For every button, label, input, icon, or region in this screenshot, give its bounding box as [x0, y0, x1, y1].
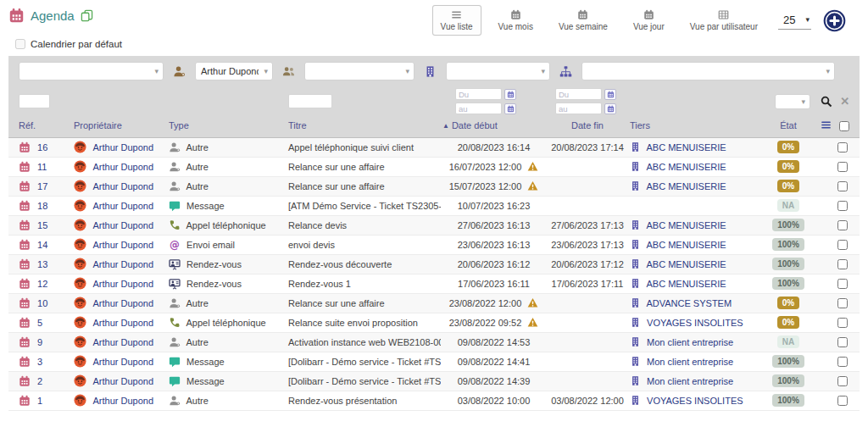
view-button-vue-mois[interactable]: Vue mois: [490, 5, 542, 36]
select-all-checkbox[interactable]: [839, 121, 849, 131]
row-checkbox[interactable]: [837, 259, 848, 269]
owner-link[interactable]: Arthur Dupond: [92, 357, 153, 367]
view-button-vue-liste[interactable]: Vue liste: [432, 5, 481, 36]
row-checkbox[interactable]: [837, 240, 848, 250]
thirdparty-link[interactable]: VOYAGES INSOLITES: [647, 396, 743, 406]
date-start-from-input[interactable]: [455, 88, 502, 100]
event-ref-link[interactable]: 9: [37, 337, 42, 347]
thirdparty-link[interactable]: ABC MENUISERIE: [646, 240, 726, 250]
col-header-ref[interactable]: Réf.: [19, 120, 36, 130]
event-ref-link[interactable]: 11: [37, 162, 47, 172]
row-checkbox[interactable]: [837, 220, 848, 230]
event-ref-link[interactable]: 13: [37, 259, 47, 269]
table-row[interactable]: 11 Arthur Dupond Autre Relance sur une a…: [8, 157, 860, 176]
row-checkbox[interactable]: [837, 279, 848, 289]
view-button-vue-par-utilisateur[interactable]: Vue par utilisateur: [682, 5, 766, 36]
event-ref-link[interactable]: 5: [37, 318, 42, 328]
table-row[interactable]: 9 Arthur Dupond Autre Activation instanc…: [8, 332, 860, 352]
row-checkbox[interactable]: [837, 181, 848, 191]
col-header-status[interactable]: État: [780, 120, 797, 130]
table-row[interactable]: 16 Arthur Dupond Autre Appel téléphoniqu…: [8, 137, 860, 157]
owner-link[interactable]: Arthur Dupond: [92, 220, 153, 230]
thirdparty-link[interactable]: Mon client entreprise: [647, 376, 733, 386]
clear-search-button[interactable]: ✕: [840, 96, 849, 107]
event-ref-link[interactable]: 3: [37, 357, 42, 367]
owner-link[interactable]: Arthur Dupond: [92, 318, 153, 328]
row-checkbox[interactable]: [837, 376, 848, 386]
owner-link[interactable]: Arthur Dupond: [92, 279, 153, 289]
filter-type-select[interactable]: [19, 63, 163, 80]
owner-link[interactable]: Arthur Dupond: [92, 298, 153, 308]
owner-link[interactable]: Arthur Dupond: [92, 162, 153, 172]
view-button-vue-semaine[interactable]: Vue semaine: [550, 5, 616, 36]
row-checkbox[interactable]: [837, 298, 848, 308]
search-title-input[interactable]: [288, 94, 332, 108]
date-end-from-picker-button[interactable]: [604, 89, 616, 100]
event-ref-link[interactable]: 12: [37, 279, 47, 289]
col-header-title[interactable]: Titre: [288, 120, 307, 130]
table-row[interactable]: 17 Arthur Dupond Autre Relance sur une a…: [8, 176, 860, 196]
col-header-date-start[interactable]: Date début: [452, 120, 498, 130]
col-header-thirdparty[interactable]: Tiers: [630, 120, 650, 130]
event-ref-link[interactable]: 17: [37, 181, 47, 191]
row-checkbox[interactable]: [837, 337, 848, 347]
row-checkbox[interactable]: [837, 162, 848, 172]
date-end-to-input[interactable]: [555, 103, 602, 114]
col-header-type[interactable]: Type: [169, 120, 189, 130]
clone-icon[interactable]: [81, 9, 93, 22]
owner-link[interactable]: Arthur Dupond: [92, 337, 153, 347]
filter-project-select[interactable]: [582, 63, 834, 80]
event-ref-link[interactable]: 16: [37, 142, 47, 152]
owner-link[interactable]: Arthur Dupond: [92, 396, 153, 406]
page-size-select[interactable]: 25: [780, 12, 810, 29]
event-ref-link[interactable]: 18: [37, 201, 47, 211]
filter-usergroup-select[interactable]: [305, 63, 414, 80]
thirdparty-link[interactable]: ABC MENUISERIE: [646, 220, 726, 230]
view-button-vue-jour[interactable]: Vue jour: [625, 5, 673, 36]
col-header-date-end[interactable]: Date fin: [571, 120, 604, 130]
table-row[interactable]: 15 Arthur Dupond Appel téléphonique Rela…: [8, 215, 860, 235]
event-ref-link[interactable]: 2: [37, 376, 42, 386]
event-ref-link[interactable]: 1: [37, 396, 42, 406]
thirdparty-link[interactable]: Mon client entreprise: [647, 337, 733, 347]
event-ref-link[interactable]: 10: [37, 298, 47, 308]
row-checkbox[interactable]: [837, 142, 848, 152]
table-row[interactable]: 3 Arthur Dupond Message [Dolibarr - Démo…: [8, 352, 860, 371]
thirdparty-link[interactable]: ABC MENUISERIE: [646, 181, 726, 191]
thirdparty-link[interactable]: ABC MENUISERIE: [646, 162, 726, 172]
row-checkbox[interactable]: [837, 318, 848, 328]
owner-link[interactable]: Arthur Dupond: [92, 376, 153, 386]
search-ref-input[interactable]: [19, 94, 50, 108]
thirdparty-link[interactable]: ABC MENUISERIE: [646, 259, 726, 269]
owner-link[interactable]: Arthur Dupond: [92, 181, 153, 191]
thirdparty-link[interactable]: ABC MENUISERIE: [646, 142, 726, 152]
date-end-to-picker-button[interactable]: [604, 103, 616, 114]
table-row[interactable]: 12 Arthur Dupond Rendez-vous Rendez-vous…: [8, 274, 860, 293]
table-row[interactable]: 14 Arthur Dupond Envoi email envoi devis…: [8, 235, 860, 254]
search-status-select[interactable]: [776, 95, 810, 108]
filter-thirdparty-select[interactable]: [447, 63, 549, 80]
search-button[interactable]: [821, 96, 832, 108]
row-checkbox[interactable]: [837, 201, 848, 211]
date-end-from-input[interactable]: [555, 88, 602, 100]
add-event-button[interactable]: [823, 9, 846, 32]
table-row[interactable]: 2 Arthur Dupond Message [Dolibarr - Démo…: [8, 371, 860, 391]
row-checkbox[interactable]: [837, 357, 848, 367]
col-header-owner[interactable]: Propriétaire: [74, 120, 122, 130]
table-row[interactable]: 5 Arthur Dupond Appel téléphonique Relan…: [8, 313, 860, 332]
event-ref-link[interactable]: 15: [37, 220, 47, 230]
fields-selector-icon[interactable]: [821, 119, 832, 130]
date-start-to-picker-button[interactable]: [504, 103, 516, 114]
date-start-from-picker-button[interactable]: [504, 89, 516, 100]
table-row[interactable]: 1 Arthur Dupond Autre Rendez-vous présen…: [8, 391, 860, 410]
owner-link[interactable]: Arthur Dupond: [92, 259, 153, 269]
owner-link[interactable]: Arthur Dupond: [92, 142, 153, 152]
filter-owner-select[interactable]: Arthur Dupond: [196, 63, 272, 80]
table-row[interactable]: 18 Arthur Dupond Message [ATM Démo Servi…: [8, 196, 860, 215]
owner-link[interactable]: Arthur Dupond: [92, 201, 153, 211]
owner-link[interactable]: Arthur Dupond: [92, 240, 153, 250]
thirdparty-link[interactable]: VOYAGES INSOLITES: [647, 318, 743, 328]
thirdparty-link[interactable]: ADVANCE SYSTEM: [646, 298, 732, 308]
row-checkbox[interactable]: [837, 396, 848, 406]
table-row[interactable]: 13 Arthur Dupond Rendez-vous Rendez-vous…: [8, 254, 860, 274]
